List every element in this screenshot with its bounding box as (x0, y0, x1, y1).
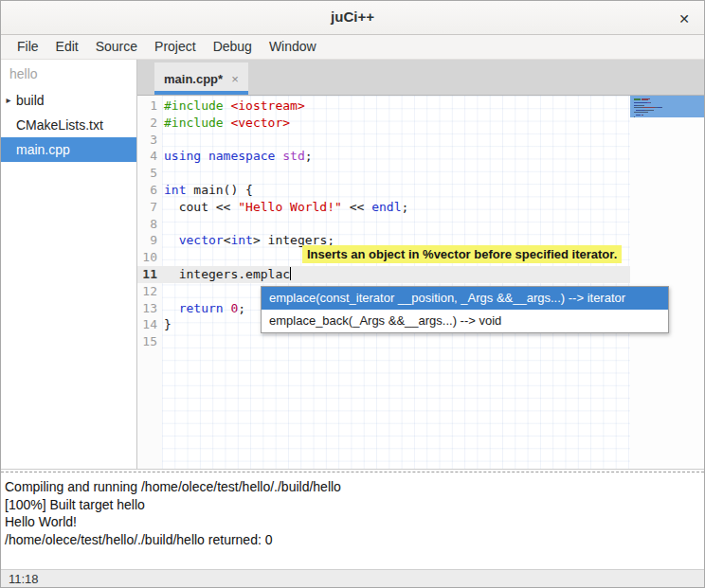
line-number: 4 (137, 148, 157, 165)
line-numbers: 123456789101112131415 (137, 98, 157, 350)
minimap-line (634, 117, 662, 118)
code-line[interactable]: int main() { (164, 182, 408, 199)
status-time: 11:18 (9, 572, 39, 586)
sidebar-item-main-cpp[interactable]: main.cpp (1, 137, 136, 162)
code-editor[interactable]: 123456789101112131415 #include <iostream… (137, 96, 704, 469)
line-number: 10 (137, 249, 157, 266)
tab-bar: main.cpp*× (137, 60, 704, 96)
code-line[interactable]: #include <iostream> (164, 98, 408, 115)
menu-item-window[interactable]: Window (261, 35, 325, 59)
output-line: Compiling and running /home/olece/test/h… (5, 478, 700, 496)
line-number: 3 (137, 132, 157, 149)
line-number: 11 (137, 266, 157, 283)
line-number: 2 (137, 115, 157, 132)
code-line[interactable]: cout << "Hello World!" << endl; (164, 199, 408, 216)
active-tab-underline (154, 91, 248, 95)
minimap-code-lines (634, 98, 662, 119)
code-line[interactable]: #include <vector> (164, 115, 408, 132)
output-line: [100%] Built target hello (5, 496, 700, 514)
menu-item-file[interactable]: File (9, 35, 47, 59)
code-line[interactable]: using namespace std; (164, 148, 408, 165)
line-number: 9 (137, 232, 157, 249)
status-bar: 11:18 (1, 569, 704, 588)
line-number: 14 (137, 316, 157, 333)
line-number: 8 (137, 216, 157, 233)
juci-window: juCi++ ✕ FileEditSourceProjectDebugWindo… (0, 0, 705, 588)
close-icon[interactable]: ✕ (674, 9, 695, 29)
build-output-panel[interactable]: Compiling and running /home/olece/test/h… (1, 475, 704, 569)
output-line: /home/olece/test/hello/./build/hello ret… (5, 531, 700, 549)
line-number: 13 (137, 300, 157, 317)
line-number: 6 (137, 182, 157, 199)
line-number: 7 (137, 199, 157, 216)
autocomplete-popup: emplace(const_iterator __position, _Args… (261, 286, 669, 333)
text-cursor (290, 267, 291, 280)
tab-close-icon[interactable]: × (231, 73, 239, 85)
window-title: juCi++ (1, 9, 704, 25)
tree-item-label: main.cpp (16, 137, 70, 162)
expander-triangle-icon[interactable]: ▸ (1, 88, 16, 113)
tree-item-label: build (16, 88, 45, 113)
project-name-label: hello (1, 60, 136, 88)
minimap[interactable] (630, 96, 704, 469)
menu-item-project[interactable]: Project (146, 35, 205, 59)
line-number: 1 (137, 98, 157, 115)
line-number: 12 (137, 283, 157, 300)
file-tree-sidebar: hello ▸buildCMakeLists.txtmain.cpp (1, 60, 137, 469)
doc-tooltip: Inserts an object in %vector before spec… (302, 245, 622, 263)
file-tree: ▸buildCMakeLists.txtmain.cpp (1, 88, 136, 162)
completion-item[interactable]: emplace_back(_Args &&__args...) --> void (262, 310, 668, 332)
menu-bar: FileEditSourceProjectDebugWindow (1, 35, 704, 60)
code-line[interactable]: integers.emplac (164, 266, 408, 283)
completion-item[interactable]: emplace(const_iterator __position, _Args… (262, 287, 668, 310)
menu-item-source[interactable]: Source (87, 35, 146, 59)
minimap-line (634, 107, 662, 108)
sidebar-item-cmakelists-txt[interactable]: CMakeLists.txt (1, 113, 136, 137)
output-line: Hello World! (5, 513, 700, 531)
code-line[interactable] (164, 333, 408, 350)
tab-label: main.cpp* (164, 72, 223, 86)
code-line[interactable] (164, 132, 408, 149)
menu-item-edit[interactable]: Edit (47, 35, 87, 59)
tree-item-label: CMakeLists.txt (16, 113, 103, 137)
title-bar[interactable]: juCi++ ✕ (1, 1, 704, 35)
sidebar-item-build[interactable]: ▸build (1, 88, 136, 113)
main-content: hello ▸buildCMakeLists.txtmain.cpp main.… (1, 60, 704, 470)
menu-item-debug[interactable]: Debug (205, 35, 261, 59)
code-line[interactable] (164, 216, 408, 233)
splitter-dash-line (1, 472, 704, 472)
tab-main-cpp[interactable]: main.cpp*× (154, 62, 248, 95)
code-line[interactable] (164, 165, 408, 182)
line-number: 15 (137, 333, 157, 350)
line-number: 5 (137, 165, 157, 182)
